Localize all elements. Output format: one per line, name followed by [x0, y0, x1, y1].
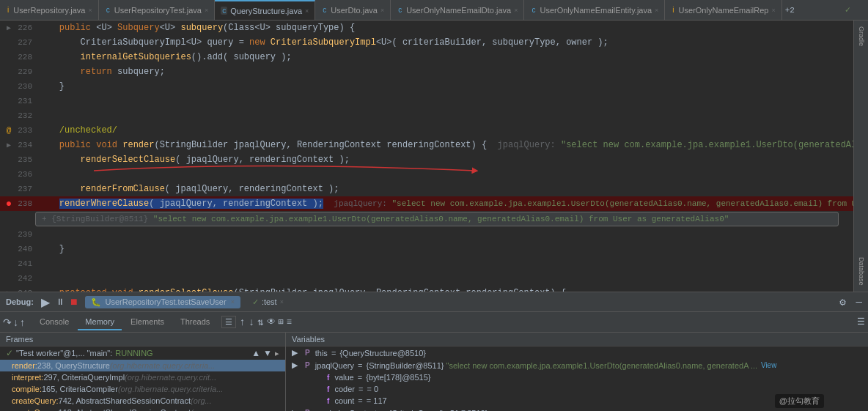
- code-line-235: 235 renderSelectClause( jpaqlQuery, rend…: [0, 152, 868, 167]
- tab-useronlynameemailentity[interactable]: c UserOnlyNameEmailEntity.java ×: [524, 0, 665, 21]
- eye-icon[interactable]: 👁: [267, 316, 276, 327]
- code-editor: ▶ 226 public <U> Subquery<U> subquery(Cl…: [0, 21, 868, 292]
- frame-item-1[interactable]: interpret: 297, CriteriaQueryImpl (org.h…: [0, 371, 285, 383]
- variables-header: Variables: [286, 333, 868, 347]
- debug-tooltip: + {StringBuilder@8511} "select new com.e…: [35, 212, 839, 226]
- pause-button[interactable]: ⏸: [54, 295, 66, 308]
- code-line-230: 230 }: [0, 79, 868, 94]
- database-label[interactable]: Database: [856, 254, 867, 289]
- code-line-227: 227 CriteriaSubqueryImpl<U> query = new …: [0, 35, 868, 50]
- frames-pane: Frames ✓ "Test worker"@1,... "main": RUN…: [0, 333, 286, 411]
- close-panel-icon[interactable]: —: [856, 296, 862, 308]
- thread-item: ✓ "Test worker"@1,... "main": RUNNING ▲ …: [0, 347, 285, 360]
- code-line-232: 232: [0, 108, 868, 123]
- code-line-238: ● 238 renderWhereClause( jpaqlQuery, ren…: [0, 196, 868, 211]
- java-icon: i: [671, 6, 675, 14]
- tab-useronlynameemail[interactable]: c UserOnlyNameEmailDto.java ×: [391, 0, 524, 21]
- step-over-button[interactable]: ↷: [3, 316, 12, 328]
- code-line-241: 241: [0, 256, 868, 271]
- checkmark-icon: ✓: [845, 4, 850, 15]
- debug-title: Debug:: [6, 297, 34, 306]
- panel-menu-icon[interactable]: ☰: [857, 316, 865, 327]
- code-line-228: 228 internalGetSubqueries().add( subquer…: [0, 50, 868, 64]
- thread-down-icon[interactable]: ▼: [263, 348, 272, 358]
- debug-bar: Debug: ▶ ⏸ ■ 🐛 UserRepositoryTest.testSa…: [0, 292, 868, 312]
- var-coder: f coder = = 0: [286, 383, 868, 395]
- tab-useronlynameemailrep[interactable]: i UserOnlyNameEmailRep ×: [665, 0, 781, 21]
- thread-up-icon[interactable]: ▲: [251, 348, 260, 358]
- java-icon: c: [397, 6, 403, 14]
- code-line-236: 236: [0, 167, 868, 182]
- table-icon[interactable]: ⊞: [279, 316, 284, 327]
- frames-header: Frames: [0, 333, 285, 347]
- code-line-234: ▶ 234 public void render(StringBuilder j…: [0, 138, 868, 152]
- up-arrow-icon[interactable]: ↑: [239, 316, 245, 328]
- java-icon: c: [221, 7, 227, 15]
- filter-icon[interactable]: ☰: [221, 316, 236, 328]
- var-this: ▶ P this = {QueryStructure@8510}: [286, 347, 868, 359]
- code-line-239: 239: [0, 227, 868, 242]
- code-line-231: 231: [0, 94, 868, 108]
- toolbar-icons: ☰ ↑ ↓ ⇅ 👁 ⊞ ≡: [221, 316, 292, 328]
- down-arrow-icon[interactable]: ↓: [249, 316, 254, 328]
- tab-memory[interactable]: Memory: [78, 314, 122, 330]
- tab-threads[interactable]: Threads: [173, 314, 217, 330]
- sort-icon[interactable]: ⇅: [257, 316, 263, 328]
- code-line-233: @ 233 /unchecked/: [0, 123, 868, 138]
- var-jpaqlquery: ▶ P jpaqlQuery = {StringBuilder@8511} "s…: [286, 359, 868, 371]
- bottom-tabs: ↷ ↓ ↑ Console Memory Elements Threads ☰ …: [0, 312, 868, 333]
- frame-item-2[interactable]: compile: 165, CriteriaCompiler (org.hibe…: [0, 383, 285, 395]
- tab-userdto[interactable]: c UserDto.java ×: [315, 0, 391, 21]
- tab-userrepositorytest[interactable]: c UserRepositoryTest.java ×: [99, 0, 215, 21]
- debug-controls: ▶ ⏸ ■: [40, 294, 79, 311]
- gradle-label[interactable]: Gradle: [856, 23, 867, 49]
- java-icon: i: [6, 6, 10, 14]
- code-line-243: ▶ 243 protected void renderSelectClause(…: [0, 286, 868, 292]
- var-value: f value = {byte[178]@8515}: [286, 371, 868, 383]
- code-line-242: 242: [0, 271, 868, 286]
- more-icon[interactable]: ≡: [287, 317, 292, 327]
- tab-userrepository[interactable]: i UserRepository.java ×: [0, 0, 99, 21]
- editor-tab-bar: i UserRepository.java × c UserRepository…: [0, 0, 868, 21]
- more-tabs[interactable]: +2: [782, 6, 798, 15]
- tab-elements[interactable]: Elements: [123, 314, 172, 330]
- code-line-226: ▶ 226 public <U> Subquery<U> subquery(Cl…: [0, 21, 868, 35]
- tab-querystructure[interactable]: c QueryStructure.java ×: [215, 0, 315, 21]
- frame-item-4[interactable]: createQuery: 113, AbstractSharedSessionC…: [0, 407, 285, 411]
- bottom-panel: ↷ ↓ ↑ Console Memory Elements Threads ☰ …: [0, 312, 868, 411]
- settings-icon[interactable]: ⚙: [839, 296, 845, 308]
- session-tab[interactable]: 🐛 UserRepositoryTest.testSaveUser ×: [85, 296, 240, 308]
- code-line-237: 237 renderFromClause( jpaqlQuery, render…: [0, 182, 868, 196]
- thread-expand-icon[interactable]: ▸: [275, 349, 279, 358]
- resume-button[interactable]: ▶: [40, 294, 51, 311]
- java-icon: c: [105, 6, 111, 14]
- variables-pane: Variables ▶ P this = {QueryStructure@851…: [286, 333, 868, 411]
- java-icon: c: [530, 6, 537, 14]
- var-renderingcontext: ▶ P renderingContext = {CriteriaCompiler…: [286, 407, 868, 411]
- warning-icon: @: [3, 126, 15, 135]
- var-count: f count = = 117: [286, 395, 868, 407]
- tab-console[interactable]: Console: [32, 314, 76, 330]
- frame-item-3[interactable]: createQuery: 742, AbstractSharedSessionC…: [0, 395, 285, 407]
- frame-item-0[interactable]: render: 238, QueryStructure (org.hiberna…: [0, 360, 285, 371]
- java-icon: c: [321, 6, 328, 14]
- debug-panes: Frames ✓ "Test worker"@1,... "main": RUN…: [0, 333, 868, 411]
- code-line-240: 240 }: [0, 242, 868, 256]
- breakpoint-icon: ●: [3, 198, 15, 210]
- test-tab[interactable]: ✓ :test ×: [246, 296, 290, 308]
- stop-button[interactable]: ■: [69, 294, 79, 310]
- step-controls: ↷ ↓ ↑: [3, 316, 25, 328]
- code-line-229: 229 return subquery;: [0, 64, 868, 79]
- step-out-button[interactable]: ↑: [20, 316, 25, 328]
- right-sidebar: Gradle Database: [853, 21, 868, 292]
- step-into-button[interactable]: ↓: [13, 316, 18, 328]
